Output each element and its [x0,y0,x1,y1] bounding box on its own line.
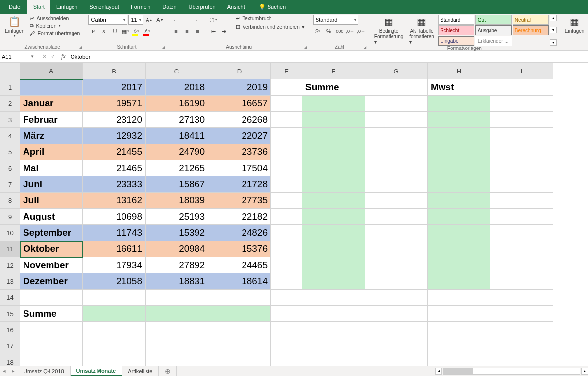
cell-H1[interactable]: Mwst [428,79,490,96]
cell-D12[interactable]: 24465 [208,257,271,273]
accounting-button[interactable]: $ [313,26,323,36]
cell-H4[interactable] [428,128,490,144]
cell-D6[interactable]: 17504 [208,160,271,176]
cell-B5[interactable]: 21455 [83,144,146,160]
cell-I8[interactable] [490,193,553,209]
menu-tab-seitenlayout[interactable]: Seitenlayout [83,0,125,14]
menu-tab-formeln[interactable]: Formeln [125,0,156,14]
cell-style-erklrender[interactable]: Erklärender ... [475,36,512,46]
cell-B17[interactable] [83,338,146,354]
sheet-tab-0[interactable]: Umsatz Q4 2018 [18,366,71,376]
gallery-down[interactable]: ▾ [550,27,557,33]
border-button[interactable]: ▦ [121,26,130,36]
cell-H16[interactable] [428,322,490,338]
grow-font-button[interactable]: A▲ [144,15,154,24]
cell-H7[interactable] [428,176,490,193]
cell-E5[interactable] [271,144,302,160]
cell-A16[interactable] [20,322,83,338]
cell-F2[interactable] [302,96,365,112]
cell-H11[interactable] [428,241,490,257]
cell-A15[interactable]: Summe [20,306,83,322]
cell-B9[interactable]: 10698 [83,209,146,225]
row-header-1[interactable]: 1 [0,79,20,96]
outdent-button[interactable]: ⇤ [208,26,218,36]
cell-G4[interactable] [365,128,428,144]
format-painter-button[interactable]: 🖌 Format übertragen [28,30,82,37]
cell-B14[interactable] [83,290,146,306]
cell-G9[interactable] [365,209,428,225]
cell-G7[interactable] [365,176,428,193]
cell-D13[interactable]: 18614 [208,273,271,290]
cell-E8[interactable] [271,193,302,209]
cell-style-berechnung[interactable]: Berechnung [513,25,549,35]
cell-A10[interactable]: September [20,225,83,241]
cell-E10[interactable] [271,225,302,241]
cell-E1[interactable] [271,79,302,96]
cell-C8[interactable]: 18039 [146,193,208,209]
cell-B3[interactable]: 23120 [83,112,146,128]
merge-center-button[interactable]: ⊞ Verbinden und zentrieren ▾ [234,24,306,30]
cell-H6[interactable] [428,160,490,176]
cell-F12[interactable] [302,257,365,273]
cell-H17[interactable] [428,338,490,354]
worksheet[interactable]: ABCDEFGHI1201720182019SummeMwst2Januar19… [0,63,588,376]
name-box-dropdown[interactable]: ▼ [28,54,36,59]
cell-H3[interactable] [428,112,490,128]
cell-D2[interactable]: 16657 [208,96,271,112]
cell-I14[interactable] [490,290,553,306]
row-header-5[interactable]: 5 [0,144,20,160]
cell-A2[interactable]: Januar [20,96,83,112]
menu-tab-daten[interactable]: Daten [156,0,182,14]
cell-F8[interactable] [302,193,365,209]
cell-F15[interactable] [302,306,365,322]
insert-cells-button[interactable]: ▦Einfügen [563,15,586,44]
cell-styles-gallery[interactable]: StandardGutNeutralSchlechtAusgabeBerechn… [438,15,549,46]
cell-I9[interactable] [490,209,553,225]
tell-me-search[interactable]: 💡Suchen [253,0,292,14]
cell-A8[interactable]: Juli [20,193,83,209]
cell-I10[interactable] [490,225,553,241]
cell-E16[interactable] [271,322,302,338]
cell-B2[interactable]: 19571 [83,96,146,112]
cell-E12[interactable] [271,257,302,273]
format-as-table-button[interactable]: ▦Als Tabelleformatieren ▾ [407,15,436,46]
cell-E13[interactable] [271,273,302,290]
cell-G11[interactable] [365,241,428,257]
col-header-H[interactable]: H [428,63,490,79]
row-header-16[interactable]: 16 [0,322,20,338]
row-header-3[interactable]: 3 [0,112,20,128]
cell-F11[interactable] [302,241,365,257]
cell-H15[interactable] [428,306,490,322]
number-format-combo[interactable]: Standard [313,15,358,24]
menu-tab-datei[interactable]: Datei [3,0,27,14]
menu-tab-ansicht[interactable]: Ansicht [221,0,251,14]
cell-E3[interactable] [271,112,302,128]
col-header-E[interactable]: E [271,63,302,79]
cell-B15[interactable] [83,306,146,322]
cell-F16[interactable] [302,322,365,338]
gallery-more[interactable]: ▾ [550,39,557,46]
number-launcher[interactable]: ◢ [363,45,366,49]
percent-button[interactable]: % [324,26,334,36]
cell-style-gut[interactable]: Gut [475,15,512,24]
cell-I7[interactable] [490,176,553,193]
row-header-11[interactable]: 11 [0,241,20,257]
cell-G12[interactable] [365,257,428,273]
paste-button[interactable]: 📋Einfügen▾ [3,15,26,44]
row-header-8[interactable]: 8 [0,193,20,209]
cell-D5[interactable]: 23736 [208,144,271,160]
inc-decimal-button[interactable]: ,0← [345,26,355,36]
cell-E9[interactable] [271,209,302,225]
cell-E2[interactable] [271,96,302,112]
row-header-15[interactable]: 15 [0,306,20,322]
cancel-formula-icon[interactable]: ✕ [40,53,48,60]
cell-style-eingabe[interactable]: Eingabe [438,36,474,46]
cell-C2[interactable]: 16190 [146,96,208,112]
cell-C9[interactable]: 25193 [146,209,208,225]
cell-G5[interactable] [365,144,428,160]
sheet-tab-1[interactable]: Umsatz Monate [71,366,122,376]
align-right-button[interactable]: ≡ [193,26,202,36]
indent-button[interactable]: ⇥ [219,26,229,36]
cell-F14[interactable] [302,290,365,306]
italic-button[interactable]: K [99,26,109,36]
